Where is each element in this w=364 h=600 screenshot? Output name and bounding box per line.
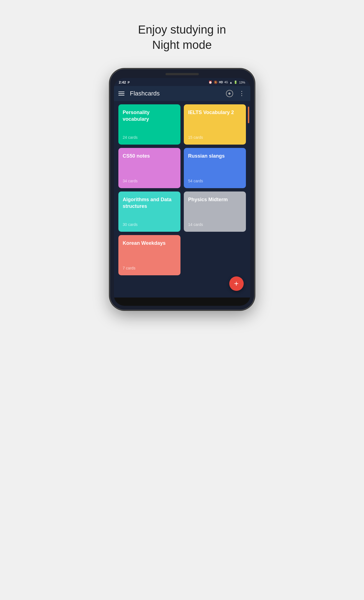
app-toolbar: Flashcards ⋮ xyxy=(114,86,250,101)
card-title-ielts-vocabulary: IELTS Vocabulary 2 xyxy=(188,109,241,116)
app-title: Flashcards xyxy=(130,90,222,97)
status-alarm-icon: ⏰ xyxy=(208,80,212,84)
status-signal-icon: ▲ xyxy=(230,81,233,84)
status-mute-icon: 🔕 xyxy=(214,80,218,84)
card-title-russian-slangs: Russian slangs xyxy=(188,153,241,159)
card-physics-midterm[interactable]: Physics Midterm 14 cards xyxy=(184,191,246,232)
phone-mockup: 2:42 P ⏰ 🔕 HD 4G ▲ 🔋 13% Flashcards ⋮ xyxy=(110,69,254,310)
card-title-physics-midterm: Physics Midterm xyxy=(188,196,241,203)
status-time: 2:42 xyxy=(119,80,126,84)
card-russian-slangs[interactable]: Russian slangs 54 cards xyxy=(184,148,246,188)
phone-bottom-bar xyxy=(114,298,250,306)
phone-speaker xyxy=(166,73,199,75)
add-flashcard-button[interactable]: + xyxy=(229,276,244,291)
status-carrier: P xyxy=(128,81,130,84)
card-algorithms-data-structures[interactable]: Algorithms and Data structures 30 cards xyxy=(118,191,180,232)
card-cs50-notes[interactable]: CS50 notes 34 cards xyxy=(118,148,180,188)
more-options-icon[interactable]: ⋮ xyxy=(238,89,246,98)
menu-button[interactable] xyxy=(118,92,124,95)
page-heading: Enjoy studying in Night mode xyxy=(138,22,226,52)
card-title-cs50-notes: CS50 notes xyxy=(123,153,176,159)
cards-grid: Personality vocabulary 24 cards IELTS Vo… xyxy=(114,101,250,298)
status-battery-icon: 🔋 xyxy=(234,80,238,84)
status-bar: 2:42 P ⏰ 🔕 HD 4G ▲ 🔋 13% xyxy=(114,78,250,86)
card-count-algorithms-data-structures: 30 cards xyxy=(123,222,176,227)
brightness-button[interactable] xyxy=(226,90,233,97)
card-count-russian-slangs: 54 cards xyxy=(188,179,241,183)
status-battery-pct: 13% xyxy=(239,81,245,84)
card-title-korean-weekdays: Korean Weekdays xyxy=(123,240,176,246)
card-korean-weekdays[interactable]: Korean Weekdays 7 cards xyxy=(118,235,180,275)
card-title-algorithms-data-structures: Algorithms and Data structures xyxy=(123,196,176,210)
scroll-indicator xyxy=(248,107,249,123)
card-ielts-vocabulary[interactable]: IELTS Vocabulary 2 15 cards xyxy=(184,104,246,145)
card-personality-vocabulary[interactable]: Personality vocabulary 24 cards xyxy=(118,104,180,145)
card-count-physics-midterm: 14 cards xyxy=(188,222,241,227)
phone-screen: 2:42 P ⏰ 🔕 HD 4G ▲ 🔋 13% Flashcards ⋮ xyxy=(114,78,250,306)
card-count-personality-vocabulary: 24 cards xyxy=(123,135,176,140)
status-hd-icon: HD xyxy=(219,81,223,84)
card-count-korean-weekdays: 7 cards xyxy=(123,266,176,270)
card-count-ielts-vocabulary: 15 cards xyxy=(188,135,241,140)
card-count-cs50-notes: 34 cards xyxy=(123,179,176,183)
status-network-icon: 4G xyxy=(224,81,228,84)
card-title-personality-vocabulary: Personality vocabulary xyxy=(123,109,176,122)
